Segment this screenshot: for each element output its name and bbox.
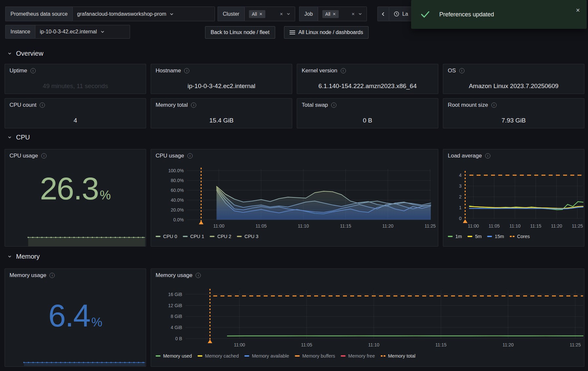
legend-label: Memory total bbox=[388, 353, 416, 359]
datasource-value[interactable]: grafanacloud-tomdawsworkshop-prom bbox=[72, 7, 215, 21]
instance-value[interactable]: ip-10-0-3-42.ec2.internal bbox=[35, 25, 130, 39]
legend-item-memory-cached[interactable]: Memory cached bbox=[198, 353, 239, 359]
info-icon[interactable]: i bbox=[459, 68, 465, 73]
toast-notification: Preferences updated ✕ bbox=[411, 0, 587, 29]
close-icon[interactable]: ✕ bbox=[576, 7, 580, 13]
legend-swatch bbox=[156, 236, 161, 237]
cpu-usage-chart: 100.0%80.0%60.0%40.0%20.0%0.0%11:0011:05… bbox=[151, 149, 438, 246]
x-tick-label: 11:10 bbox=[298, 223, 309, 229]
stat-value: 4 bbox=[5, 117, 146, 124]
legend-item-15m[interactable]: 15m bbox=[487, 234, 504, 239]
stat-value: 0 B bbox=[297, 117, 438, 124]
y-tick-label: 16 GiB bbox=[168, 292, 182, 297]
remove-chip-icon[interactable]: ✕ bbox=[259, 12, 262, 16]
legend-label: Memory free bbox=[348, 353, 375, 359]
stat-value: ip-10-0-3-42.ec2.internal bbox=[151, 83, 292, 90]
chevron-down-icon[interactable] bbox=[169, 12, 174, 16]
legend-item-cpu-3[interactable]: CPU 3 bbox=[237, 234, 258, 239]
stat-value: 6.1.140-154.222.amzn2023.x86_64 bbox=[297, 83, 438, 90]
datasource-picker[interactable]: Prometheus data source grafanacloud-tomd… bbox=[5, 7, 215, 21]
legend-swatch bbox=[510, 236, 515, 237]
datasource-value-text: grafanacloud-tomdawsworkshop-prom bbox=[77, 11, 166, 17]
legend-swatch bbox=[487, 236, 492, 237]
annotation-marker bbox=[463, 219, 467, 223]
remove-chip-icon[interactable]: ✕ bbox=[332, 12, 336, 16]
info-icon[interactable]: i bbox=[331, 102, 336, 108]
x-tick-label: 11:15 bbox=[435, 342, 446, 347]
y-tick-label: 0 bbox=[459, 216, 462, 221]
time-range-text: La bbox=[402, 11, 408, 17]
time-range-back-button[interactable] bbox=[377, 7, 389, 21]
legend-label: 15m bbox=[495, 234, 504, 239]
legend-item-cores[interactable]: Cores bbox=[510, 234, 530, 239]
stat-panel-cpu-count: CPU counti 4 bbox=[5, 98, 146, 128]
cluster-value[interactable]: All ✕ ✕ bbox=[244, 7, 295, 21]
y-tick-label: 1 bbox=[459, 205, 462, 210]
section-memory[interactable]: Memory bbox=[7, 253, 40, 260]
memory-usage-gauge-panel: Memory usagei 6.4% bbox=[5, 269, 146, 367]
cpu-spark-svg bbox=[5, 149, 146, 246]
legend-item-memory-total[interactable]: Memory total bbox=[381, 353, 416, 359]
legend-swatch bbox=[198, 355, 202, 357]
stat-title: Hostname bbox=[156, 67, 181, 74]
legend-item-5m[interactable]: 5m bbox=[467, 234, 482, 239]
chevron-down-icon[interactable] bbox=[358, 12, 362, 16]
job-filter[interactable]: Job All ✕ ✕ bbox=[299, 7, 367, 21]
chevron-down-icon[interactable] bbox=[286, 12, 291, 16]
legend-label: CPU 1 bbox=[190, 234, 204, 239]
legend-item-memory-used[interactable]: Memory used bbox=[156, 353, 192, 359]
info-icon[interactable]: i bbox=[30, 68, 36, 73]
info-icon[interactable]: i bbox=[184, 68, 189, 73]
clear-filter-icon[interactable]: ✕ bbox=[280, 12, 283, 16]
legend-item-cpu-2[interactable]: CPU 2 bbox=[210, 234, 231, 239]
job-chip-all[interactable]: All ✕ bbox=[322, 10, 339, 18]
stat-title: Kernel version bbox=[302, 67, 337, 74]
legend-label: CPU 0 bbox=[163, 234, 177, 239]
legend-label: CPU 3 bbox=[244, 234, 258, 239]
instance-picker[interactable]: Instance ip-10-0-3-42.ec2.internal bbox=[5, 25, 130, 39]
clear-filter-icon[interactable]: ✕ bbox=[351, 12, 355, 16]
info-icon[interactable]: i bbox=[191, 102, 196, 108]
stat-value: 49 minutes, 11 seconds bbox=[5, 83, 146, 90]
cluster-chip-all[interactable]: All ✕ bbox=[249, 10, 266, 18]
load-average-chart: 4321011:0011:0511:1011:1511:2011:25 bbox=[443, 149, 584, 246]
legend-swatch bbox=[448, 236, 453, 237]
stat-title: Memory total bbox=[156, 102, 188, 108]
cluster-filter[interactable]: Cluster All ✕ ✕ bbox=[218, 7, 295, 21]
back-to-fleet-button[interactable]: Back to Linux node / fleet bbox=[205, 26, 275, 39]
x-tick-label: 11:10 bbox=[368, 342, 379, 347]
all-dashboards-button[interactable]: All Linux node / dashboards bbox=[284, 26, 369, 39]
info-icon[interactable]: i bbox=[491, 102, 497, 108]
job-value[interactable]: All ✕ ✕ bbox=[318, 7, 367, 21]
y-tick-label: 12 GiB bbox=[168, 303, 182, 308]
legend-swatch bbox=[381, 355, 386, 357]
annotation-marker bbox=[208, 340, 212, 343]
section-cpu[interactable]: CPU bbox=[7, 134, 30, 141]
legend-label: CPU 2 bbox=[217, 234, 231, 239]
x-tick-label: 11:25 bbox=[425, 223, 436, 229]
legend-item-memory-available[interactable]: Memory available bbox=[244, 353, 289, 359]
x-tick-label: 11:05 bbox=[489, 223, 500, 229]
info-icon[interactable]: i bbox=[341, 68, 346, 73]
instance-label: Instance bbox=[5, 25, 35, 39]
chevron-down-icon[interactable] bbox=[100, 29, 105, 34]
legend-swatch bbox=[467, 236, 472, 237]
legend-item-cpu-1[interactable]: CPU 1 bbox=[183, 234, 204, 239]
y-tick-label: 8 GiB bbox=[171, 314, 182, 319]
info-icon[interactable]: i bbox=[40, 102, 45, 108]
memory-usage-chart: 16 GiB12 GiB8 GiB4 GiB0 B11:0011:0511:10… bbox=[151, 269, 584, 366]
x-tick-label: 11:05 bbox=[256, 223, 267, 229]
legend-item-memory-free[interactable]: Memory free bbox=[341, 353, 375, 359]
stat-title: Total swap bbox=[302, 102, 328, 108]
cpu-usage-chart-panel: CPU usagei 100.0%80.0%60.0%40.0%20.0%0.0… bbox=[151, 149, 438, 247]
menu-icon bbox=[290, 30, 295, 35]
stat-title: Root mount size bbox=[448, 102, 488, 108]
cpu-usage-sparkline bbox=[5, 149, 146, 246]
all-dashboards-label: All Linux node / dashboards bbox=[298, 29, 363, 35]
legend-item-memory-buffers[interactable]: Memory buffers bbox=[295, 353, 335, 359]
section-overview[interactable]: Overview bbox=[7, 50, 43, 57]
instance-value-text: ip-10-0-3-42.ec2.internal bbox=[40, 29, 97, 35]
legend-item-cpu-0[interactable]: CPU 0 bbox=[156, 234, 177, 239]
legend-swatch bbox=[156, 355, 161, 357]
legend-item-1m[interactable]: 1m bbox=[448, 234, 462, 239]
